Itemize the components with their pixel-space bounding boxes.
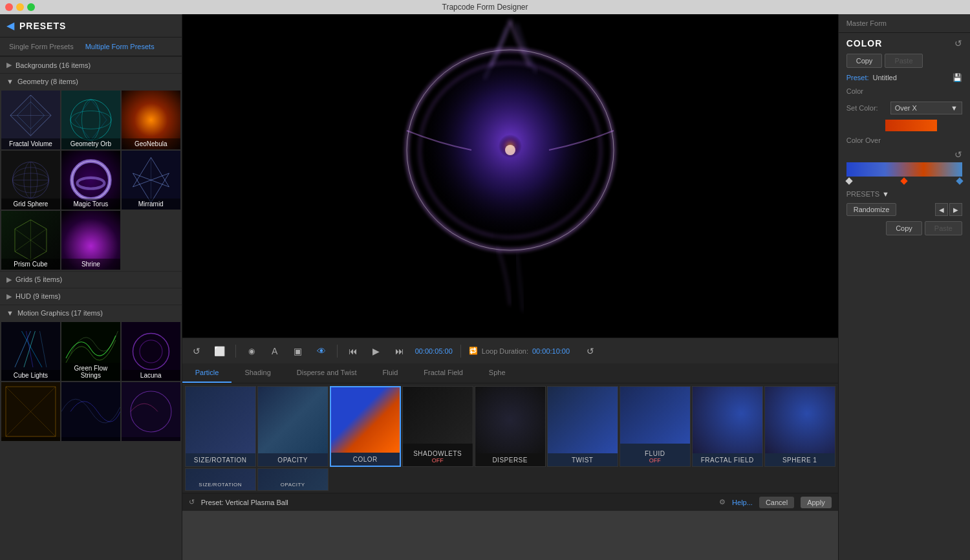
preset-row: Preset: Untitled 💾 <box>839 70 970 85</box>
copy-button[interactable]: Copy <box>846 54 883 68</box>
card-label: SPHERE 1 <box>782 457 817 464</box>
tab-fractal[interactable]: Fractal Field <box>411 363 476 383</box>
prev-button[interactable]: ◀ <box>935 203 948 216</box>
tab-shading[interactable]: Shading <box>232 363 283 383</box>
geometry-grid: Fractal Volume Geometry Orb <box>0 89 182 271</box>
minimize-button[interactable] <box>16 3 24 11</box>
copy-gradient-button[interactable]: Copy <box>886 221 922 235</box>
item-label: Cube Lights <box>1 370 60 381</box>
randomize-button[interactable]: Randomize <box>846 203 897 216</box>
color-label: Color <box>846 87 885 95</box>
module-card-fractalfield[interactable]: FRACTAL FIELD <box>692 386 763 467</box>
preset-label: Preset: <box>846 74 869 81</box>
list-item[interactable]: Green Flow Strings <box>61 322 120 381</box>
playback-toolbar: ↺ ⬜ ◉ A ▣ 👁 ⏮ ▶ ⏭ 00:00:05:00 🔁 Loop Dur… <box>182 338 838 363</box>
list-item[interactable] <box>1 382 60 441</box>
list-item[interactable] <box>122 382 180 441</box>
list-item[interactable]: Mirramid <box>122 151 180 210</box>
list-item[interactable]: Prism Cube <box>1 211 60 270</box>
list-item[interactable]: Grid Sphere <box>1 151 60 210</box>
set-color-dropdown[interactable]: Over X ▼ <box>890 102 962 114</box>
presets-dropdown-button[interactable]: ▼ <box>882 190 889 198</box>
list-item[interactable]: Magic Torus <box>61 151 120 210</box>
color-swatch[interactable] <box>885 120 937 131</box>
loop-time: 00:00:10:00 <box>532 347 570 355</box>
category-grids[interactable]: ▶ Grids (5 items) <box>0 271 182 288</box>
item-label: Grid Sphere <box>1 199 60 210</box>
gradient-stop[interactable] <box>845 177 852 184</box>
list-item[interactable] <box>61 382 120 441</box>
category-hud[interactable]: ▶ HUD (9 items) <box>0 288 182 305</box>
gradient-bar[interactable] <box>846 162 962 177</box>
module-card-twist[interactable]: TWIST <box>547 386 618 467</box>
refresh-gradient-icon[interactable]: ↺ <box>954 149 962 160</box>
tab-particle[interactable]: Particle <box>182 363 232 383</box>
module-card-fluid[interactable]: FLUID OFF <box>620 386 691 467</box>
module-card-shadowlets[interactable]: SHADOWLETS OFF <box>402 386 473 467</box>
paste-button[interactable]: Paste <box>885 54 922 68</box>
skip-forward-button[interactable]: ⏭ <box>392 343 407 359</box>
list-item[interactable]: Cube Lights <box>1 322 60 381</box>
loop-icon: 🔁 <box>469 347 478 355</box>
back-button[interactable]: ◀ <box>6 19 14 32</box>
list-item[interactable]: Lacuna <box>122 322 180 381</box>
item-label: Mirramid <box>122 199 180 210</box>
tab-sphere[interactable]: Sphe <box>476 363 519 383</box>
svg-point-5 <box>70 100 111 140</box>
svg-point-17 <box>77 178 104 189</box>
category-geometry[interactable]: ▼ Geometry (8 items) <box>0 73 182 89</box>
save-preset-button[interactable]: 💾 <box>953 73 962 82</box>
font-button[interactable]: A <box>267 343 283 359</box>
titlebar: Trapcode Form Designer <box>0 0 970 14</box>
tab-multiple-form[interactable]: Multiple Form Presets <box>83 41 157 52</box>
monitor-button[interactable]: ▣ <box>290 343 306 359</box>
category-backgrounds[interactable]: ▶ Backgrounds (16 items) <box>0 56 182 73</box>
refresh-button[interactable]: ↺ <box>583 343 598 359</box>
list-item[interactable]: Shrine <box>61 211 120 270</box>
eye-button[interactable]: 👁 <box>314 343 329 359</box>
card-label: FLUID <box>645 450 665 457</box>
audio-button[interactable]: ◉ <box>244 343 259 359</box>
item-label <box>1 437 60 441</box>
card-label: SIZE/ROTATION <box>194 457 247 464</box>
close-button[interactable] <box>5 3 13 11</box>
maximize-button[interactable] <box>27 3 35 11</box>
gear-icon[interactable]: ⚙ <box>719 498 726 506</box>
card-label: FRACTAL FIELD <box>701 457 754 464</box>
loop-label: Loop Duration: <box>482 347 528 355</box>
preview-image <box>182 14 838 338</box>
tab-disperse[interactable]: Disperse and Twist <box>284 363 370 383</box>
category-motion[interactable]: ▼ Motion Graphics (17 items) <box>0 305 182 321</box>
module-card-opacity[interactable]: OPACITY <box>257 386 329 467</box>
module-card-opacity-2[interactable]: OPACITY <box>257 468 329 491</box>
help-link[interactable]: Help... <box>732 499 753 506</box>
reset-color-button[interactable]: ↺ <box>954 38 962 48</box>
module-card-size-2[interactable]: SIZE/ROTATION <box>185 468 256 491</box>
arrow-icon: ▼ <box>6 78 14 85</box>
module-card-sphere[interactable]: SPHERE 1 <box>764 386 835 467</box>
module-card-color[interactable]: COLOR <box>330 386 401 467</box>
paste-gradient-button[interactable]: Paste <box>925 221 962 235</box>
next-button[interactable]: ▶ <box>949 203 962 216</box>
play-button[interactable]: ▶ <box>369 343 384 359</box>
list-item[interactable]: Geometry Orb <box>61 91 120 149</box>
cancel-button[interactable]: Cancel <box>759 497 794 508</box>
arrow-icon: ▶ <box>6 275 12 284</box>
module-card-size[interactable]: SIZE/ROTATION <box>185 386 256 467</box>
gradient-stop-active[interactable] <box>901 177 908 184</box>
tab-fluid[interactable]: Fluid <box>369 363 411 383</box>
list-item[interactable]: GeoNebula <box>122 91 180 149</box>
list-item[interactable]: Fractal Volume <box>1 91 60 149</box>
chevron-down-icon: ▼ <box>951 104 958 112</box>
gradient-stop-3[interactable] <box>956 177 963 184</box>
status-bar: ↺ Preset: Vertical Plasma Ball ⚙ Help...… <box>182 493 838 511</box>
camera-button[interactable]: ⬜ <box>212 343 228 359</box>
skip-back-button[interactable]: ⏮ <box>345 343 361 359</box>
module-card-disperse[interactable]: DISPERSE <box>475 386 546 467</box>
reset-icon[interactable]: ↺ <box>189 498 195 506</box>
tab-single-form[interactable]: Single Form Presets <box>6 41 76 52</box>
svg-marker-8 <box>75 100 107 140</box>
apply-button[interactable]: Apply <box>801 497 832 508</box>
undo-button[interactable]: ↺ <box>189 343 204 359</box>
card-label: COLOR <box>353 456 378 463</box>
